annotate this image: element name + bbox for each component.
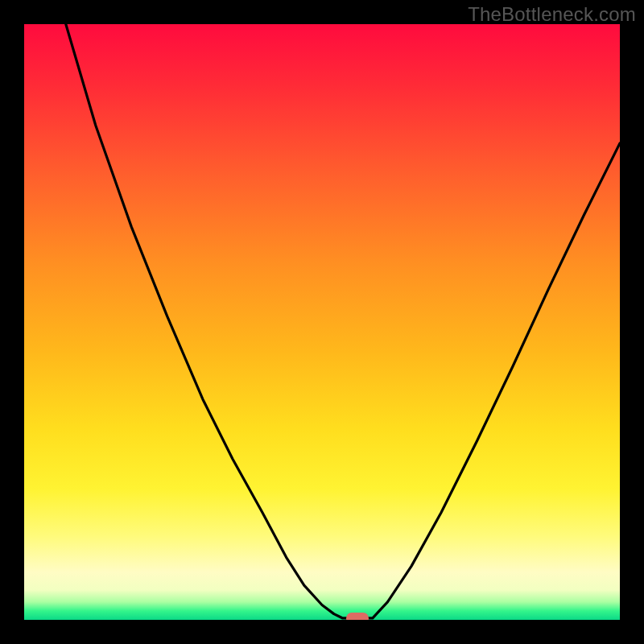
curve-path xyxy=(66,24,620,618)
chart-frame: TheBottleneck.com xyxy=(0,0,644,644)
watermark-text: TheBottleneck.com xyxy=(468,3,636,26)
plot-area xyxy=(24,24,620,620)
minimum-marker xyxy=(346,613,369,620)
bottleneck-curve xyxy=(24,24,620,620)
